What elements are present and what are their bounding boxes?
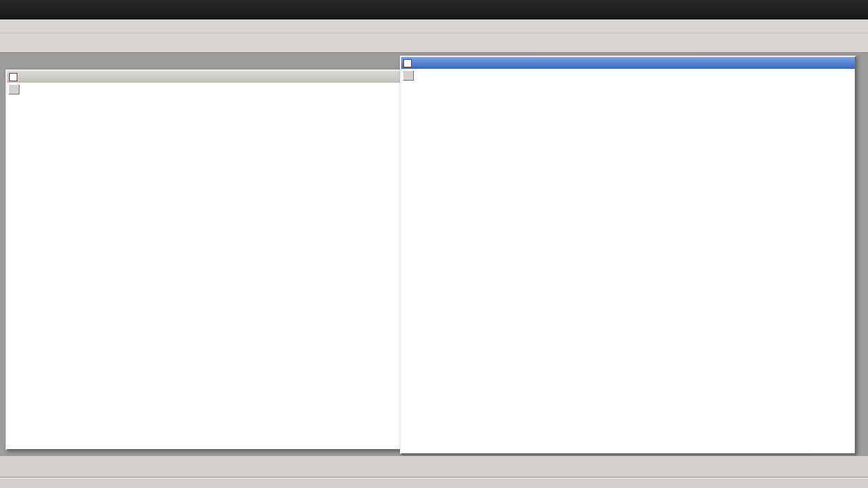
graph-window-icon (403, 59, 412, 67)
window-close-button[interactable] (849, 4, 860, 15)
scidavis-app (0, 0, 868, 488)
graph-window-icon (9, 73, 17, 81)
graph2-window[interactable] (400, 56, 856, 455)
menubar (0, 19, 868, 33)
graph1-layer-button[interactable] (8, 84, 19, 95)
graph2-canvas (401, 69, 855, 453)
mdi-workspace (0, 53, 868, 456)
graph2-layer-button[interactable] (403, 70, 414, 81)
bottom-spacer (0, 470, 868, 477)
statusbar (0, 477, 868, 488)
window-tabbar (0, 456, 868, 470)
window-titlebar (0, 0, 868, 19)
graph2-titlebar[interactable] (401, 57, 855, 69)
toolbar (0, 33, 868, 53)
